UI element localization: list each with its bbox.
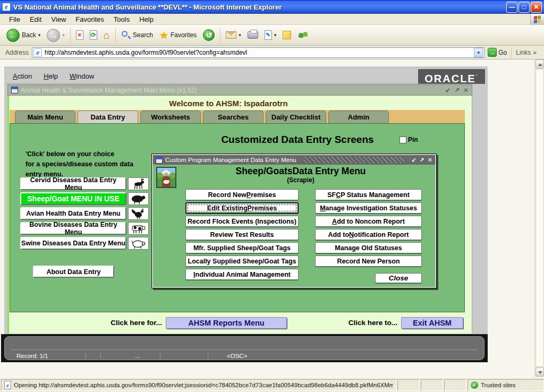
vertical-scrollbar[interactable] [534,59,544,377]
close-button[interactable]: ✕ [531,2,542,13]
titlebar-pattern [303,157,405,163]
security-zone-label: Trusted sites [481,382,515,388]
dialog-close-icon[interactable]: ✕ [428,157,432,164]
toolbar-separator [115,28,116,42]
record-flock-events-button[interactable]: Record Flock Events (Inspections) [185,216,299,227]
mail-dropdown-icon[interactable]: ▾ [239,32,241,38]
status-pane [421,379,443,391]
maximize-button[interactable]: □ [518,2,530,13]
mail-button[interactable]: ▾ [223,30,244,40]
dialog-close-button[interactable]: Close [375,273,422,283]
home-button[interactable]: ⌂ [100,28,113,43]
locally-supplied-tags-button[interactable]: Locally Supplied Sheep/Goat Tags [185,255,299,267]
menu-favorites[interactable]: Favorites [71,14,108,24]
mdi-window-title: Animal Health & Surveillance Management … [21,87,197,94]
about-data-entry-button[interactable]: About Data Entry [33,266,114,278]
manage-investigation-statuses-button[interactable]: Manage Investigation Statuses [315,202,422,214]
add-to-noncom-report-button[interactable]: Add to Noncom Report [315,216,422,227]
tab-admin[interactable]: Admin [328,110,389,123]
manage-old-statuses-button[interactable]: Manage Old Statuses [315,242,422,253]
refresh-icon: ⟳ [90,30,97,40]
dialog-restore-icon[interactable]: ↗ [420,157,424,164]
oracle-logo: ORACLE´ [418,69,485,84]
oracle-menu-window[interactable]: Window [70,72,94,80]
window-titlebar: e VS National Animal Health and Surveill… [0,0,544,14]
favorites-star-icon: ★ [159,29,168,41]
mdi-close-icon[interactable]: ✕ [463,87,469,94]
record-new-premises-button[interactable]: Record New Premises [185,189,299,200]
forward-button[interactable]: → ▾ [44,27,68,44]
tab-data-entry[interactable]: Data Entry [78,110,138,123]
sheep-goat-menu-button[interactable]: Sheep/Goat MENU IN USE [20,192,126,205]
panel-heading: Customized Data Entry Screens [202,134,393,146]
messenger-button[interactable] [294,29,312,41]
tab-main-menu[interactable]: Main Menu [15,110,75,123]
welcome-text: Welcome to AHSM: Ispadarotrn [64,99,393,108]
edit-dropdown-icon[interactable]: ▾ [274,32,277,38]
trusted-sites-check-icon: ✓ [471,381,478,389]
edit-existing-premises-button[interactable]: Edit Existing Premises [185,202,299,214]
print-icon [248,31,258,39]
go-button[interactable]: → Go [484,48,511,57]
address-label: Address [2,49,32,56]
tab-daily-checklist[interactable]: Daily Checklist [266,110,326,123]
browser-toolbar: ← Back ▾ → ▾ × ⟳ ⌂ Search ★ Favorites ↺ [0,25,544,46]
back-dropdown-icon[interactable]: ▾ [38,32,41,38]
cervid-menu-button[interactable]: Cervid Diseases Data Entry Menu [20,177,126,190]
oracle-status-shell: Record: 1/1 ... <OSC> [1,334,488,362]
refresh-button[interactable]: ⟳ [87,29,100,41]
favorites-button[interactable]: ★ Favorites [156,28,200,43]
browser-window: e VS National Animal Health and Surveill… [0,0,544,392]
menu-edit[interactable]: Edit [25,14,46,24]
pin-checkbox[interactable] [400,137,406,143]
stop-button[interactable]: × [73,29,87,41]
pin-checkbox-group: Pin [400,136,418,143]
history-button[interactable]: ↺ [200,28,218,42]
discuss-button[interactable] [279,29,294,41]
oracle-menubar: Action Help Window [5,69,418,84]
avian-menu-button[interactable]: Avian Health Data Entry Menu [20,207,126,220]
individual-animal-management-button[interactable]: Individual Animal Management [185,269,299,280]
links-label: Links [516,49,531,56]
back-button[interactable]: ← Back ▾ [3,27,44,44]
dialog-titlebar[interactable]: Custom Program Management Data Entry Men… [153,155,435,165]
ahsm-reports-menu-button[interactable]: AHSM Reports Menu [166,317,287,329]
print-button[interactable] [244,30,261,40]
menu-file[interactable]: File [4,14,25,24]
menu-tools[interactable]: Tools [109,14,134,24]
bovine-menu-button[interactable]: Bovine Diseases Data Entry Menu [20,222,126,235]
mdi-restore-icon[interactable]: ↗ [454,87,460,94]
swine-menu-button[interactable]: Swine Diseases Data Entry Menu [20,237,126,250]
tab-searches[interactable]: Searches [203,110,264,123]
oracle-menu-help[interactable]: Help [44,72,58,80]
exit-ahsm-button[interactable]: Exit AHSM [401,317,463,329]
pin-label: Pin [408,136,418,143]
pig-icon [128,237,149,250]
status-text: Opening http://ahsmdevtest.aphis.usda.go… [14,382,393,388]
record-new-person-button[interactable]: Record New Person [315,255,422,267]
search-button[interactable]: Search [118,29,156,41]
page-icon: e [33,48,42,57]
minimize-button[interactable]: — [506,2,517,13]
menu-help[interactable]: Help [134,14,158,24]
sfcp-status-management-button[interactable]: SFCP Status Management [315,189,422,200]
address-dropdown-icon[interactable]: ▾ [474,48,483,57]
mdi-minimize-icon[interactable]: ↙ [445,87,450,94]
oracle-menu-action[interactable]: Action [13,72,32,80]
links-button[interactable]: Links » [511,47,542,58]
review-test-results-button[interactable]: Review Test Results [185,229,299,240]
menu-view[interactable]: View [46,14,71,24]
sheep-icon [128,192,149,205]
mfr-supplied-tags-button[interactable]: Mfr. Supplied Sheep/Goat Tags [185,242,299,253]
address-url: http://ahsmdevtest.aphis.usda.gov/forms9… [45,49,474,56]
scrollbar-thumb[interactable] [536,69,544,367]
address-input[interactable]: e http://ahsmdevtest.aphis.usda.gov/form… [32,47,484,58]
messenger-icon [298,31,309,39]
scroll-up-button[interactable] [536,59,544,69]
tab-worksheets[interactable]: Worksheets [140,110,201,123]
stop-icon: × [76,30,83,40]
dialog-minimize-icon[interactable]: ↙ [411,157,416,164]
edit-button[interactable]: ✎ ▾ [261,29,280,41]
add-to-notification-report-button[interactable]: Add to Notification Report [315,229,422,240]
scroll-down-button[interactable] [536,368,544,377]
